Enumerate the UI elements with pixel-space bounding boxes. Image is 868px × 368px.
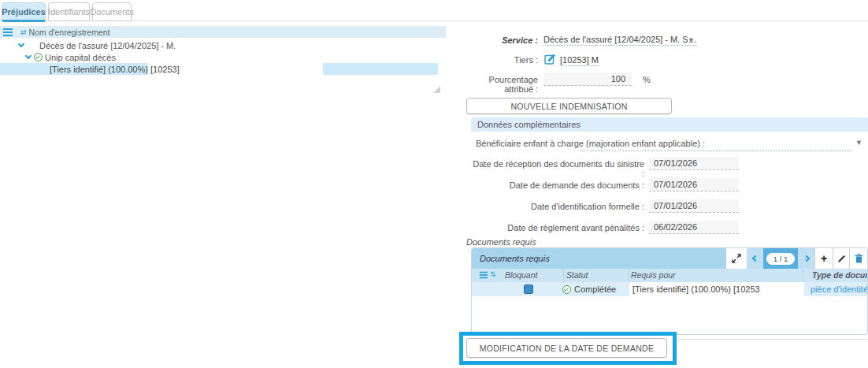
pager-previous-icon[interactable] <box>747 248 763 269</box>
donnees-complementaires-header: Données complémentaires <box>471 117 868 132</box>
nouvelle-indemnisation-button[interactable]: NOUVELLE INDEMNISATION <box>466 98 672 114</box>
type-document-link[interactable]: pièce d'identité <box>803 282 867 296</box>
tiers-value: [10253] M <box>560 55 599 66</box>
tree-row-garantie[interactable]: Unip capital décès <box>0 51 116 63</box>
col-requis-pour[interactable]: Requis pour <box>631 269 676 282</box>
active-tab-underline <box>2 20 45 22</box>
date-demande-input[interactable]: 07/01/2026 <box>649 178 739 191</box>
menu-icon[interactable] <box>3 32 13 33</box>
tree-row-service[interactable]: Décès de l'assuré [12/04/2025] - M. <box>0 39 176 51</box>
expand-table-icon[interactable] <box>725 248 747 269</box>
statut-value: Complétée <box>574 284 616 294</box>
table-header-bar: Documents requis 1 / 1 + <box>472 248 867 269</box>
chevron-down-icon[interactable]: ▼ <box>688 36 695 44</box>
edit-icon[interactable] <box>544 54 555 65</box>
service-label: Service : <box>459 35 538 45</box>
pourcentage-input[interactable]: 100 <box>543 72 632 86</box>
selected-row-highlight-col2 <box>323 63 438 75</box>
delete-row-icon[interactable] <box>849 248 867 269</box>
col-type-document[interactable]: Type de document <box>812 269 868 282</box>
tree-row-label: Décès de l'assuré [12/04/2025] - M. <box>39 41 176 50</box>
date-reglement-label: Date de règlement avant pénalités : <box>473 223 644 232</box>
tree-row-label: [Tiers identifié] (100.00%) [10253] <box>50 65 180 74</box>
tree-header: ⇄ Nom d'enregistrement <box>0 26 446 38</box>
table-column-header: ⇅ Bloquant Statut Requis pour Type de do… <box>472 269 867 282</box>
date-identification-label: Date d'identification formelle : <box>473 202 644 211</box>
bloquant-checkbox[interactable] <box>524 284 533 294</box>
col-statut[interactable]: Statut <box>566 269 588 282</box>
requis-pour-cell: [Tiers identifié] (100.00%) [10253 <box>629 282 804 296</box>
date-reglement-input[interactable]: 06/02/2026 <box>649 221 739 234</box>
chevron-down-icon[interactable] <box>25 52 32 58</box>
add-row-icon[interactable]: + <box>814 248 833 269</box>
pourcentage-label: Pourcentage attribué : <box>459 75 538 94</box>
tree-row-label: Unip capital décès <box>45 53 116 62</box>
claims-management-app: Préjudices Identifiants Documents ⇄ Nom … <box>0 0 868 368</box>
date-reception-input[interactable]: 07/01/2026 <box>649 157 739 170</box>
completed-check-icon <box>562 285 571 294</box>
validated-check-icon <box>34 53 43 61</box>
sort-icon[interactable]: ⇅ <box>490 270 496 278</box>
beneficiaire-label: Bénéficiaire enfant à charge (majoration… <box>476 139 705 148</box>
tab-identifiants[interactable]: Identifiants <box>48 2 90 21</box>
service-value: Décès de l'assuré [12/04/2025] - M. S… <box>543 35 697 46</box>
footer-divider <box>674 339 868 340</box>
documents-requis-table: Documents requis 1 / 1 + <box>471 247 868 335</box>
tab-prejudices[interactable]: Préjudices <box>2 2 46 21</box>
edit-row-icon[interactable] <box>833 248 849 269</box>
date-reception-label: Date de réception des documents du sinis… <box>473 159 644 178</box>
column-separator <box>563 269 564 282</box>
chevron-down-icon[interactable]: ▼ <box>855 139 862 147</box>
tree-row-tiers[interactable]: [Tiers identifié] (100.00%) [10253] <box>0 63 180 75</box>
modification-date-demande-button[interactable]: MODIFICATION DE LA DATE DE DEMANDE <box>466 338 667 358</box>
percent-unit: % <box>643 75 651 84</box>
col-bloquant[interactable]: Bloquant <box>505 269 537 282</box>
service-select[interactable]: Décès de l'assuré [12/04/2025] - M. S… <box>543 35 697 44</box>
collapse-all-icon[interactable]: ⇄ <box>20 28 27 36</box>
panel-resize-handle[interactable] <box>433 86 440 93</box>
tiers-label: Tiers : <box>459 55 538 65</box>
documents-requis-section-label: Documents requis <box>466 237 536 247</box>
pager-count: 1 / 1 <box>766 253 795 265</box>
beneficiaire-select[interactable] <box>581 151 852 151</box>
tree-header-label: Nom d'enregistrement <box>29 28 110 37</box>
table-row[interactable]: Complétée [Tiers identifié] (100.00%) [1… <box>472 282 867 296</box>
date-identification-input[interactable]: 07/01/2026 <box>649 199 739 213</box>
column-separator <box>629 269 629 282</box>
pager: 1 / 1 <box>763 248 798 269</box>
tiers-link[interactable]: [10253] M <box>560 55 599 65</box>
table-title: Documents requis <box>480 254 725 263</box>
column-separator <box>803 269 803 282</box>
date-demande-label: Date de demande des documents : <box>473 180 644 190</box>
chevron-down-icon[interactable] <box>18 40 24 46</box>
statut-cell: Complétée <box>562 282 616 296</box>
tab-documents[interactable]: Documents <box>92 2 132 21</box>
row-menu-icon[interactable] <box>480 274 488 276</box>
pager-next-icon[interactable] <box>798 248 814 269</box>
